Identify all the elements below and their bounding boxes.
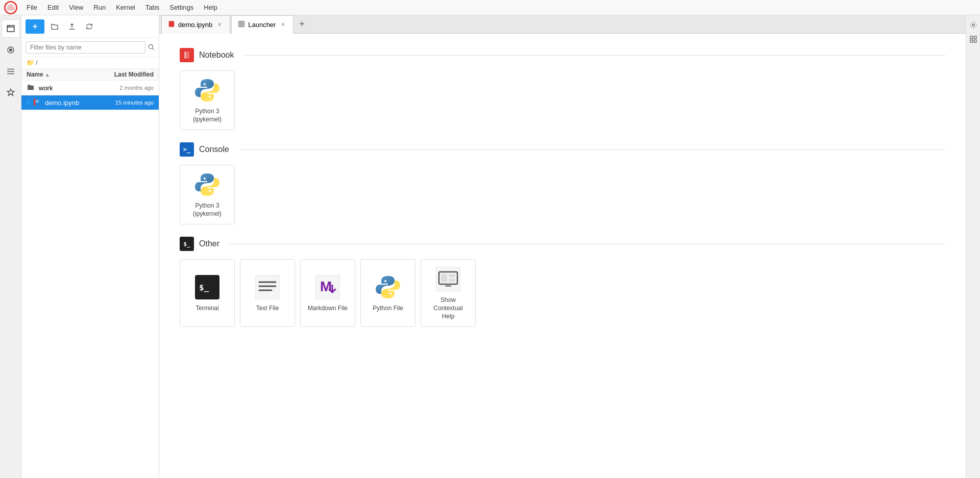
menubar: File Edit View Run Kernel Tabs Settings … — [0, 0, 980, 15]
other-section-icon: $_ — [180, 237, 194, 251]
new-folder-button[interactable] — [47, 19, 62, 34]
card-textfile[interactable]: Text File — [240, 259, 295, 327]
markdown-card-icon: M — [314, 274, 341, 300]
svg-rect-12 — [169, 21, 175, 27]
python-logo-notebook — [194, 77, 220, 104]
notebook-card-grid: Python 3(ipykernel) — [180, 70, 945, 130]
file-toolbar: + + — [21, 15, 159, 38]
folder-icon — [27, 83, 36, 92]
card-textfile-label: Text File — [256, 305, 279, 313]
column-name[interactable]: Name ▲ — [27, 71, 92, 78]
upload-button[interactable] — [65, 19, 79, 34]
sort-indicator: ▲ — [45, 72, 50, 78]
file-modified-demo: 15 minutes ago — [92, 99, 154, 106]
other-divider — [230, 244, 945, 244]
console-section-icon: >_ — [180, 142, 194, 157]
notebook-divider — [244, 55, 946, 56]
tab-demo-close[interactable]: × — [215, 20, 224, 29]
file-modified-dot — [27, 100, 31, 105]
search-input[interactable] — [26, 41, 145, 54]
card-contextual-help[interactable]: Show ContextualHelp — [421, 259, 476, 327]
svg-rect-13 — [239, 21, 241, 23]
card-python3-notebook[interactable]: Python 3(ipykernel) — [180, 70, 235, 130]
search-box — [21, 38, 159, 57]
svg-rect-23 — [255, 275, 280, 299]
other-section-title: Other — [199, 239, 219, 248]
breadcrumb: 📁 / — [21, 57, 159, 69]
svg-rect-40 — [970, 40, 973, 42]
console-card-grid: Python 3(ipykernel) — [180, 165, 945, 224]
new-button[interactable]: + + — [26, 19, 44, 34]
tab-launcher[interactable]: Launcher × — [231, 15, 293, 34]
file-panel: + + — [21, 15, 159, 478]
refresh-button[interactable] — [82, 19, 96, 34]
menu-edit[interactable]: Edit — [43, 3, 63, 12]
right-settings2-icon[interactable] — [968, 34, 979, 45]
tab-bar: demo.ipynb × Launcher × + — [159, 15, 966, 34]
card-python3-notebook-label: Python 3(ipykernel) — [193, 108, 222, 123]
textfile-card-icon — [254, 274, 281, 300]
svg-rect-38 — [970, 36, 973, 39]
menu-run[interactable]: Run — [89, 3, 110, 12]
sidebar-files-icon[interactable] — [2, 19, 20, 38]
file-list: work 2 months ago demo.ipynb 15 minutes … — [21, 81, 159, 110]
menu-settings[interactable]: Settings — [165, 3, 198, 12]
svg-point-29 — [384, 280, 386, 282]
right-settings-icon[interactable] — [968, 19, 979, 31]
icon-sidebar — [0, 15, 21, 478]
svg-point-19 — [204, 178, 206, 180]
card-pythonfile[interactable]: Python File — [360, 259, 415, 327]
app-layout: + + — [0, 15, 980, 478]
plus-icon: + — [33, 22, 37, 31]
file-name-demo: demo.ipynb — [45, 99, 92, 107]
card-python3-console[interactable]: Python 3(ipykernel) — [180, 165, 235, 224]
svg-point-30 — [389, 292, 391, 294]
sidebar-commands-icon[interactable] — [2, 62, 20, 81]
col-modified-label: Last Modified — [114, 71, 154, 78]
menu-help[interactable]: Help — [200, 3, 222, 12]
tab-launcher-close[interactable]: × — [279, 20, 287, 29]
file-list-header: Name ▲ Last Modified — [21, 69, 159, 81]
launcher-content: Notebook — [159, 34, 966, 478]
tab-demo-ipynb[interactable]: demo.ipynb × — [161, 15, 230, 34]
card-python3-console-label: Python 3(ipykernel) — [193, 202, 222, 218]
svg-text:$_: $_ — [199, 283, 209, 292]
svg-point-2 — [9, 49, 12, 52]
app-logo — [4, 1, 17, 14]
console-divider — [239, 149, 945, 150]
svg-point-6 — [149, 44, 153, 48]
right-sidebar — [966, 15, 980, 478]
svg-rect-35 — [449, 279, 455, 282]
column-modified[interactable]: Last Modified — [92, 71, 154, 78]
menu-tabs[interactable]: Tabs — [141, 3, 163, 12]
console-section-title: Console — [199, 145, 229, 154]
other-section-header: $_ Other — [180, 237, 945, 251]
other-card-grid: $_ Terminal Text File — [180, 259, 945, 327]
tab-launcher-icon — [238, 20, 245, 29]
col-name-label: Name — [27, 71, 43, 78]
card-markdown-label: Markdown File — [308, 305, 348, 313]
file-row-work[interactable]: work 2 months ago — [21, 81, 159, 95]
tab-demo-label: demo.ipynb — [178, 21, 212, 29]
add-tab-button[interactable]: + — [295, 17, 309, 32]
search-button[interactable] — [148, 43, 155, 52]
sidebar-running-icon[interactable] — [2, 41, 20, 59]
tab-notebook-icon — [168, 20, 175, 29]
tab-launcher-label: Launcher — [248, 21, 276, 29]
menu-view[interactable]: View — [65, 3, 87, 12]
file-modified-work: 2 months ago — [92, 85, 154, 91]
notebook-section-title: Notebook — [199, 51, 234, 60]
card-markdown[interactable]: M Markdown File — [300, 259, 355, 327]
svg-rect-9 — [34, 98, 35, 105]
file-row-demo[interactable]: demo.ipynb 15 minutes ago — [21, 95, 159, 110]
notebook-icon — [33, 98, 42, 107]
svg-point-18 — [209, 95, 211, 97]
sidebar-extension-icon[interactable] — [2, 84, 20, 102]
menu-file[interactable]: File — [22, 3, 41, 12]
menu-kernel[interactable]: Kernel — [112, 3, 139, 12]
card-pythonfile-label: Python File — [373, 305, 403, 313]
card-contextual-help-label: Show ContextualHelp — [425, 296, 471, 320]
breadcrumb-path: / — [36, 59, 37, 66]
svg-point-17 — [204, 83, 206, 85]
card-terminal[interactable]: $_ Terminal — [180, 259, 235, 327]
